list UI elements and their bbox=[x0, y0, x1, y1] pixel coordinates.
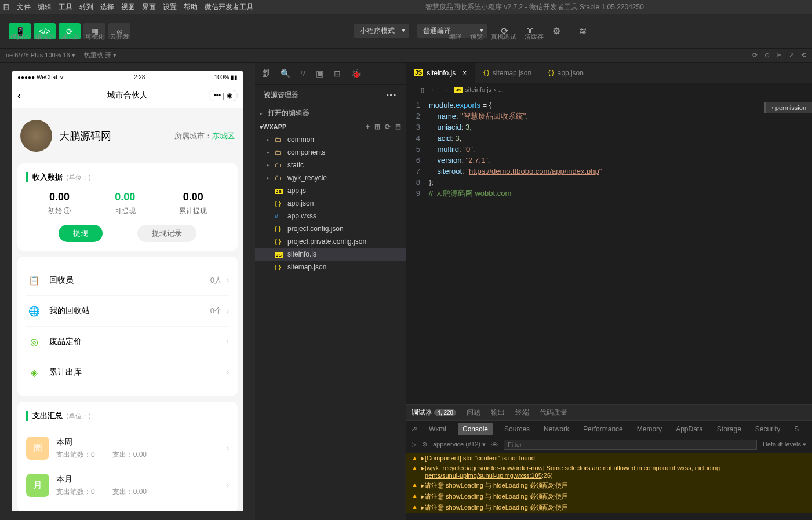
list-item[interactable]: ◎废品定价› bbox=[26, 327, 229, 357]
folder-item[interactable]: ▸🗀components bbox=[255, 146, 406, 159]
phone-navbar: ‹ 城市合伙人 ••• | ◉ bbox=[12, 83, 243, 108]
code-editor[interactable]: › permission 1module.exports = {2 name: … bbox=[406, 97, 812, 404]
menu-item[interactable]: 帮助 bbox=[184, 2, 198, 12]
menu-item[interactable]: 微信开发者工具 bbox=[205, 2, 253, 12]
folder-item[interactable]: ▸🗀common bbox=[255, 133, 406, 146]
filter-input[interactable] bbox=[504, 440, 757, 450]
devtools-tab[interactable]: Memory bbox=[635, 423, 664, 435]
file-item[interactable]: { }project.private.config.json bbox=[255, 235, 406, 248]
menu-item[interactable]: 转到 bbox=[79, 2, 93, 12]
file-item[interactable]: { }project.config.json bbox=[255, 222, 406, 235]
inspect-icon[interactable]: ⬀ bbox=[412, 425, 417, 433]
menu-item[interactable]: 目 bbox=[3, 2, 10, 12]
clear-cache-icon[interactable]: ≋ bbox=[574, 24, 591, 39]
debug-tab[interactable]: 调试器 4, 228 bbox=[412, 408, 456, 418]
devtools-tab[interactable]: S bbox=[792, 423, 801, 435]
phone-content[interactable]: 大鹏源码网 所属城市：东城区 收入数据（单位：） 0.00初始 ⓘ 0.00可提… bbox=[12, 108, 243, 511]
debug-tab[interactable]: 问题 bbox=[467, 408, 480, 418]
permission-button[interactable]: › permission bbox=[764, 102, 812, 113]
editor-tab[interactable]: { }app.json bbox=[540, 63, 592, 83]
avatar[interactable] bbox=[20, 120, 52, 152]
folder-item[interactable]: ▸🗀wjyk_recycle bbox=[255, 171, 406, 184]
withdraw-button[interactable]: 提现 bbox=[59, 225, 103, 242]
refresh-icon[interactable]: ⟳ bbox=[752, 52, 758, 59]
devtools-tab[interactable]: Console bbox=[458, 423, 493, 435]
rotate-icon[interactable]: ⟲ bbox=[801, 52, 806, 59]
list-item[interactable]: 📋回收员0人› bbox=[26, 265, 229, 296]
box-icon[interactable]: ▣ bbox=[316, 69, 323, 78]
editor-tab[interactable]: JSsiteinfo.js× bbox=[406, 63, 475, 83]
devtools-tab[interactable]: Storage bbox=[715, 423, 744, 435]
file-tree: ▸打开的编辑器 ▾WXAPP+⊞⟳⊟ ▸🗀common▸🗀components▸… bbox=[255, 106, 406, 273]
devtools-tab[interactable]: Wxml bbox=[427, 423, 449, 435]
menu-item[interactable]: 界面 bbox=[142, 2, 156, 12]
devtools-tab[interactable]: Security bbox=[753, 423, 782, 435]
menu-item[interactable]: 工具 bbox=[59, 2, 72, 12]
open-editors-section[interactable]: ▸打开的编辑器 bbox=[255, 106, 406, 120]
collapse-icon[interactable]: ⊟ bbox=[395, 123, 401, 131]
warning-icon: ▲ bbox=[412, 455, 418, 462]
editor-tab[interactable]: { }sitemap.json bbox=[475, 63, 540, 83]
capsule-button[interactable]: ••• | ◉ bbox=[209, 90, 238, 101]
arrow-icon[interactable]: ↗ bbox=[789, 52, 794, 59]
bookmark-icon[interactable]: ▯ bbox=[421, 86, 424, 94]
context-select[interactable]: appservice (#12) ▾ bbox=[433, 441, 486, 448]
bc-icon[interactable]: ≡ bbox=[412, 86, 415, 93]
month-row[interactable]: 月 本月支出笔数：0支出：0.00 › bbox=[26, 467, 229, 504]
expense-card: 支出汇总（单位：） 周 本周支出笔数：0支出：0.00 › 月 本月支出笔数：0… bbox=[17, 402, 238, 511]
debug-tab[interactable]: 终端 bbox=[515, 408, 529, 418]
debug-tab[interactable]: 输出 bbox=[491, 408, 505, 418]
simulator-statusbar: ne 6/7/8 Plus 100% 16 ▾ 热重载 开 ▾ ⟳ ⊙ ✂ ↗ … bbox=[0, 49, 812, 63]
record-icon[interactable]: ⊙ bbox=[764, 52, 770, 59]
branch-icon[interactable]: ⑂ bbox=[301, 69, 305, 78]
menu-item[interactable]: 视图 bbox=[121, 2, 135, 12]
device-select[interactable]: ne 6/7/8 Plus 100% 16 ▾ bbox=[6, 52, 75, 59]
cut-icon[interactable]: ✂ bbox=[777, 52, 782, 59]
debug-tab[interactable]: 代码质量 bbox=[540, 408, 567, 418]
more-icon[interactable]: ••• bbox=[386, 91, 397, 100]
week-icon: 周 bbox=[26, 437, 49, 460]
file-item[interactable]: { }app.json bbox=[255, 197, 406, 210]
devtools-tab[interactable]: Network bbox=[541, 423, 571, 435]
levels-select[interactable]: Default levels ▾ bbox=[763, 441, 806, 448]
real-device-icon[interactable]: ⚙ bbox=[548, 24, 565, 39]
breadcrumb-file[interactable]: JS siteinfo.js › ... bbox=[454, 86, 504, 93]
close-icon[interactable]: × bbox=[463, 69, 467, 77]
devtools-tab[interactable]: Sources bbox=[502, 423, 532, 435]
forward-icon[interactable]: → bbox=[442, 86, 449, 93]
menu-item[interactable]: 选择 bbox=[100, 2, 114, 12]
list-item[interactable]: 🌐我的回收站0个› bbox=[26, 296, 229, 327]
file-item[interactable]: { }sitemap.json bbox=[255, 261, 406, 273]
menu-item[interactable]: 文件 bbox=[17, 2, 31, 12]
devtools-tab[interactable]: Performance bbox=[581, 423, 625, 435]
mode-select[interactable]: 小程序模式 bbox=[354, 24, 409, 38]
refresh-icon[interactable]: ⟳ bbox=[385, 123, 391, 131]
menu-item[interactable]: 设置 bbox=[163, 2, 177, 12]
week-row[interactable]: 周 本周支出笔数：0支出：0.00 › bbox=[26, 430, 229, 467]
root-folder[interactable]: ▾WXAPP+⊞⟳⊟ bbox=[255, 120, 406, 133]
db-icon[interactable]: ⊟ bbox=[334, 69, 341, 78]
hot-reload[interactable]: 热重载 开 ▾ bbox=[84, 51, 116, 60]
new-file-icon[interactable]: + bbox=[366, 123, 370, 131]
file-item[interactable]: JSsiteinfo.js bbox=[255, 248, 406, 261]
editor-panel: JSsiteinfo.js×{ }sitemap.json{ }app.json… bbox=[406, 63, 812, 520]
back-icon[interactable]: ← bbox=[430, 86, 436, 93]
menu-item[interactable]: 编辑 bbox=[38, 2, 52, 12]
console-output[interactable]: ▲▸[Component] slot "content" is not foun… bbox=[406, 452, 812, 520]
log-line: ▲▸请注意 showLoading 与 hideLoading 必须配对使用 bbox=[406, 480, 812, 491]
search-icon[interactable]: 🔍 bbox=[281, 69, 290, 78]
withdraw-history-button[interactable]: 提现记录 bbox=[137, 225, 196, 242]
devtools-tab[interactable]: AppData bbox=[673, 423, 705, 435]
new-folder-icon[interactable]: ⊞ bbox=[374, 123, 380, 131]
clear-icon[interactable]: ⊘ bbox=[422, 441, 427, 448]
bug-icon[interactable]: 🐞 bbox=[351, 69, 361, 78]
file-item[interactable]: #app.wxss bbox=[255, 210, 406, 222]
list-item[interactable]: ◈累计出库› bbox=[26, 357, 229, 387]
play-icon[interactable]: ▷ bbox=[412, 441, 416, 448]
back-button[interactable]: ‹ bbox=[17, 90, 21, 102]
folder-item[interactable]: ▸🗀static bbox=[255, 159, 406, 171]
files-icon[interactable]: 🗐 bbox=[262, 69, 270, 78]
console-toolbar: ▷ ⊘ appservice (#12) ▾ 👁 Default levels … bbox=[406, 437, 812, 452]
eye-icon[interactable]: 👁 bbox=[491, 441, 498, 448]
file-item[interactable]: JSapp.js bbox=[255, 184, 406, 197]
